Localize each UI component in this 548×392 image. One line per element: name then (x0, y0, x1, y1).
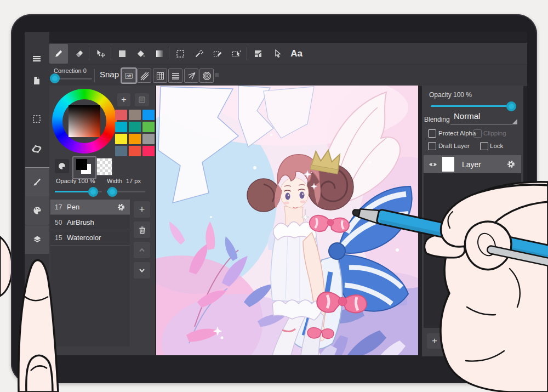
palette-sidebar-tab[interactable] (25, 196, 49, 225)
chevron-down-icon (138, 266, 146, 275)
brush-opacity-label: Opacity 100 % (56, 178, 95, 184)
gradient-icon (155, 49, 164, 59)
select-sidebar-button[interactable] (27, 110, 46, 128)
layer-thumbnail (442, 157, 454, 172)
delete-brush-button[interactable] (134, 221, 150, 238)
draft-layer-checkbox[interactable] (428, 142, 436, 150)
lock-checkbox[interactable] (480, 142, 488, 150)
swatch[interactable] (142, 110, 155, 120)
layers-icon (32, 235, 42, 245)
swatch[interactable] (142, 122, 155, 132)
protect-alpha-checkbox[interactable] (428, 129, 436, 138)
shape-icon (117, 49, 127, 59)
current-color-well[interactable] (72, 156, 96, 179)
layer-list (424, 173, 521, 328)
eraser-tool-button[interactable] (70, 44, 89, 63)
snap-concentric-button[interactable] (199, 69, 214, 83)
brush-opacity-slider-thumb[interactable] (88, 187, 98, 197)
layer-menu-button[interactable] (446, 333, 461, 349)
swatch[interactable] (142, 134, 155, 144)
text-tool-button[interactable]: Aa (287, 44, 306, 63)
add-brush-button[interactable]: + (134, 201, 150, 218)
blending-dropdown[interactable]: Normal (450, 110, 517, 124)
undo-icon (31, 334, 42, 344)
clipping-checkbox[interactable] (473, 129, 482, 138)
layer-visibility-toggle[interactable] (428, 160, 438, 169)
paint-bucket-icon (136, 49, 146, 59)
snap-horizontal-button[interactable] (168, 69, 182, 83)
snap-off-label: off (125, 73, 133, 79)
layers-sidebar-tab[interactable] (25, 225, 49, 254)
brush-width-slider-thumb[interactable] (107, 187, 117, 197)
layer-settings-gear-icon[interactable] (506, 160, 516, 169)
swatch[interactable] (115, 134, 127, 144)
brush-name: Watercolor (67, 234, 101, 242)
brush-size: 17 (55, 203, 67, 211)
swatch[interactable] (129, 110, 141, 120)
swatch[interactable] (129, 134, 141, 144)
layer-opacity-slider-track[interactable] (431, 105, 514, 107)
snap-vanishing-button[interactable] (184, 69, 198, 83)
snap-grid-button[interactable] (153, 69, 167, 83)
app-screen: Aa Correction 0 Snap off (25, 32, 527, 383)
add-layer-button[interactable]: + (427, 333, 442, 349)
swatch[interactable] (115, 122, 127, 132)
add-color-label: + (121, 95, 126, 105)
text-tool-label: Aa (290, 48, 302, 59)
brush-row-pen[interactable]: 17 Pen (50, 200, 130, 215)
swatch[interactable] (129, 146, 141, 156)
fill-tool-button[interactable] (132, 44, 150, 63)
rotate-canvas-button[interactable] (27, 140, 46, 158)
select-move-button[interactable] (227, 44, 246, 63)
new-file-button[interactable] (27, 71, 46, 90)
snap-parallel-button[interactable] (137, 69, 151, 83)
brush-sidebar-tab[interactable] (25, 167, 49, 196)
snap-bar: Correction 0 Snap off (49, 65, 527, 86)
marquee-icon (32, 114, 42, 124)
undo-button[interactable] (27, 329, 46, 348)
add-color-button[interactable]: + (117, 93, 130, 106)
swatch[interactable] (129, 122, 141, 132)
select-pen-button[interactable] (208, 44, 227, 63)
blending-value: Normal (454, 111, 480, 121)
brush-row-airbrush[interactable]: 50 AirBrush (50, 215, 130, 230)
magic-wand-button[interactable] (190, 44, 208, 63)
move-tool-button[interactable] (91, 44, 110, 63)
select-pen-icon (213, 49, 222, 59)
snap-extra-indicator (215, 73, 219, 77)
add-brush-label: + (139, 204, 145, 215)
correction-label: Correction 0 (54, 67, 87, 74)
brush-color-panel: + (49, 86, 155, 355)
file-icon (32, 76, 42, 86)
snap-parallel-icon (140, 71, 149, 81)
redo-button[interactable] (27, 299, 46, 318)
list-icon (138, 95, 146, 104)
panel-divide-icon (253, 49, 263, 59)
shape-tool-button[interactable] (113, 44, 132, 63)
gradient-tool-button[interactable] (150, 44, 169, 63)
layer-row[interactable]: Layer (424, 155, 521, 173)
brush-settings-gear-icon[interactable] (117, 203, 125, 212)
palette-picker-button[interactable] (55, 159, 69, 173)
swatch[interactable] (115, 146, 127, 156)
swatch[interactable] (115, 110, 127, 120)
artwork (156, 86, 418, 355)
color-list-button[interactable] (135, 93, 149, 106)
transparent-color-well[interactable] (96, 158, 112, 175)
layer-extra-button[interactable] (465, 333, 481, 349)
snap-off-button[interactable]: off (122, 69, 136, 83)
panel-divide-button[interactable] (249, 44, 267, 63)
move-brush-up-button[interactable] (134, 242, 150, 258)
canvas[interactable] (156, 86, 418, 355)
pen-tool-button[interactable] (49, 44, 68, 64)
brush-row-watercolor[interactable]: 15 Watercolor (50, 230, 130, 246)
saturation-value-square[interactable] (68, 105, 100, 137)
move-brush-down-button[interactable] (134, 262, 150, 279)
marquee-select-button[interactable] (171, 44, 190, 63)
cursor-tool-button[interactable] (269, 44, 287, 63)
snap-horizontal-icon (171, 71, 180, 81)
menu-button[interactable] (27, 49, 46, 68)
correction-slider-thumb[interactable] (50, 73, 60, 83)
swatch[interactable] (142, 146, 155, 156)
toolbar: Aa (49, 43, 527, 65)
